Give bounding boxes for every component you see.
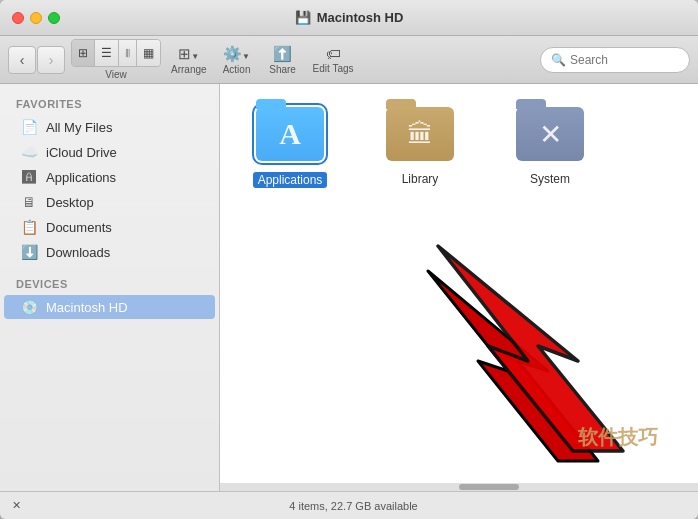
sidebar-item-macintosh-hd[interactable]: 💿 Macintosh HD xyxy=(4,295,215,319)
favorites-section-label: Favorites xyxy=(0,92,219,114)
library-folder-body: 🏛 xyxy=(386,107,454,161)
macintosh-hd-icon: 💿 xyxy=(20,299,38,315)
downloads-label: Downloads xyxy=(46,245,110,260)
traffic-lights xyxy=(12,12,60,24)
file-item-applications[interactable]: A Applications xyxy=(250,104,330,463)
view-label: View xyxy=(105,69,127,80)
column-view-button[interactable]: ⫴ xyxy=(119,40,137,66)
window-title: 💾 Macintosh HD xyxy=(295,10,404,25)
list-view-button[interactable]: ☰ xyxy=(95,40,119,66)
applications-sidebar-label: Applications xyxy=(46,170,116,185)
desktop-icon: 🖥 xyxy=(20,194,38,210)
applications-inner-icon: A xyxy=(279,117,301,151)
edit-tags-button[interactable]: 🏷 Edit Tags xyxy=(309,42,358,78)
share-label: Share xyxy=(269,64,296,75)
forward-button[interactable]: › xyxy=(37,46,65,74)
scrollbar-area[interactable] xyxy=(220,483,698,491)
icloud-icon: ☁️ xyxy=(20,144,38,160)
library-folder-icon-wrap: 🏛 xyxy=(385,104,455,164)
arrange-icon: ⊞▼ xyxy=(178,45,199,63)
file-item-system[interactable]: ✕ System xyxy=(510,104,590,463)
file-item-library[interactable]: 🏛 Library xyxy=(380,104,460,463)
nav-group: ‹ › xyxy=(8,46,65,74)
toolbar: ‹ › ⊞ ☰ ⫴ ▦ View ⊞▼ Arrange ⚙️▼ Action ⬆… xyxy=(0,36,698,84)
system-file-label: System xyxy=(530,172,570,186)
system-folder-icon-wrap: ✕ xyxy=(515,104,585,164)
icloud-label: iCloud Drive xyxy=(46,145,117,160)
sidebar-item-icloud-drive[interactable]: ☁️ iCloud Drive xyxy=(4,140,215,164)
status-text: 4 items, 22.7 GB available xyxy=(289,500,417,512)
search-box[interactable]: 🔍 xyxy=(540,47,690,73)
bottom-left-icon: ✕ xyxy=(12,499,21,512)
edit-tags-label: Edit Tags xyxy=(313,63,354,74)
main-area: Favorites 📄 All My Files ☁️ iCloud Drive… xyxy=(0,84,698,491)
desktop-label: Desktop xyxy=(46,195,94,210)
macintosh-hd-label: Macintosh HD xyxy=(46,300,128,315)
window-title-text: Macintosh HD xyxy=(317,10,404,25)
sidebar-item-documents[interactable]: 📋 Documents xyxy=(4,215,215,239)
share-button[interactable]: ⬆️ Share xyxy=(263,42,303,78)
search-input[interactable] xyxy=(570,53,679,67)
devices-section-label: Devices xyxy=(0,272,219,294)
finder-window: 💾 Macintosh HD ‹ › ⊞ ☰ ⫴ ▦ View ⊞▼ Arran… xyxy=(0,0,698,519)
all-my-files-label: All My Files xyxy=(46,120,112,135)
sidebar-item-all-my-files[interactable]: 📄 All My Files xyxy=(4,115,215,139)
maximize-button[interactable] xyxy=(48,12,60,24)
action-button[interactable]: ⚙️▼ Action xyxy=(217,42,257,78)
file-browser: A Applications 🏛 Library xyxy=(220,84,698,491)
action-icon: ⚙️▼ xyxy=(223,45,250,63)
system-folder-body: ✕ xyxy=(516,107,584,161)
sidebar-item-applications[interactable]: 🅰 Applications xyxy=(4,165,215,189)
share-icon: ⬆️ xyxy=(273,45,292,63)
cover-flow-button[interactable]: ▦ xyxy=(137,40,160,66)
action-label: Action xyxy=(223,64,251,75)
library-file-label: Library xyxy=(402,172,439,186)
arrange-button[interactable]: ⊞▼ Arrange xyxy=(167,42,211,78)
sidebar-item-downloads[interactable]: ⬇️ Downloads xyxy=(4,240,215,264)
library-inner-icon: 🏛 xyxy=(407,119,433,150)
system-inner-icon: ✕ xyxy=(539,118,562,151)
all-my-files-icon: 📄 xyxy=(20,119,38,135)
close-button[interactable] xyxy=(12,12,24,24)
sidebar-item-desktop[interactable]: 🖥 Desktop xyxy=(4,190,215,214)
arrange-label: Arrange xyxy=(171,64,207,75)
file-grid: A Applications 🏛 Library xyxy=(220,84,698,483)
minimize-button[interactable] xyxy=(30,12,42,24)
tags-icon: 🏷 xyxy=(326,45,341,62)
title-bar: 💾 Macintosh HD xyxy=(0,0,698,36)
applications-folder-icon-wrap: A xyxy=(255,104,325,164)
applications-folder-body: A xyxy=(256,107,324,161)
applications-file-label: Applications xyxy=(253,172,328,188)
view-controls: ⊞ ☰ ⫴ ▦ xyxy=(71,39,161,67)
downloads-icon: ⬇️ xyxy=(20,244,38,260)
hd-icon: 💾 xyxy=(295,10,311,25)
icon-view-button[interactable]: ⊞ xyxy=(72,40,95,66)
documents-label: Documents xyxy=(46,220,112,235)
applications-sidebar-icon: 🅰 xyxy=(20,169,38,185)
sidebar: Favorites 📄 All My Files ☁️ iCloud Drive… xyxy=(0,84,220,491)
back-button[interactable]: ‹ xyxy=(8,46,36,74)
documents-icon: 📋 xyxy=(20,219,38,235)
bottom-bar: ✕ 4 items, 22.7 GB available xyxy=(0,491,698,519)
scrollbar-thumb[interactable] xyxy=(459,484,519,490)
search-icon: 🔍 xyxy=(551,53,566,67)
